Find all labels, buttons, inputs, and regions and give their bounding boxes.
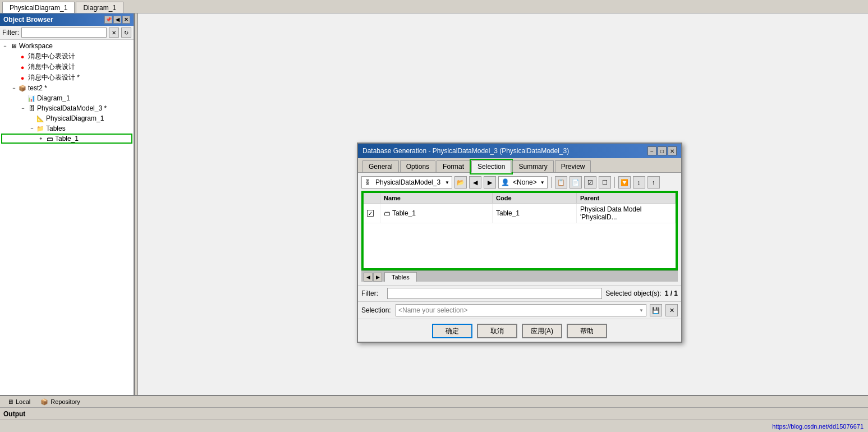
icon-table1: 🗃 bbox=[45, 134, 54, 143]
label-table1: Table_1 bbox=[54, 135, 79, 143]
status-bar: https://blog.csdn.net/dd15076671 bbox=[0, 420, 868, 432]
tree-item-physdiag[interactable]: 📐 PhysicalDiagram_1 bbox=[1, 113, 132, 123]
expand-test2[interactable]: − bbox=[10, 84, 18, 92]
tb-select-all-button[interactable]: ☑ bbox=[584, 176, 596, 189]
expand-3[interactable] bbox=[10, 74, 18, 82]
dialog-close-button[interactable]: ✕ bbox=[668, 146, 677, 155]
row-checkbox[interactable]: ✓ bbox=[364, 204, 380, 223]
user-selector-arrow-icon: ▼ bbox=[540, 180, 545, 185]
main-canvas: Database Generation - PhysicalDataModel_… bbox=[138, 13, 868, 395]
tables-tab[interactable]: Tables bbox=[384, 272, 417, 282]
ok-button[interactable]: 确定 bbox=[432, 324, 472, 338]
tb-deselect-button[interactable]: ☐ bbox=[599, 176, 611, 189]
col-code: Code bbox=[493, 193, 577, 203]
expand-1[interactable] bbox=[10, 53, 18, 61]
tree-item-2[interactable]: ● 消息中心表设计 bbox=[1, 62, 132, 72]
model-selector-arrow-icon: ▼ bbox=[444, 180, 451, 185]
tree-item-workspace[interactable]: − 🖥 Workspace bbox=[1, 41, 132, 51]
local-tab[interactable]: 🖥 Local bbox=[2, 397, 35, 407]
tree-item-physical[interactable]: − 🗄 PhysicalDataModel_3 * bbox=[1, 103, 132, 113]
bottom-tab-bar: 🖥 Local 📦 Repository bbox=[0, 395, 868, 407]
nav-next-button[interactable]: ▶ bbox=[373, 273, 382, 282]
dialog-toolbar: 🗄 PhysicalDataModel_3 ▼ 📂 ◀ ▶ 👤 <None> bbox=[361, 176, 678, 189]
tab-preview[interactable]: Preview bbox=[555, 160, 591, 172]
tab-bar: PhysicalDiagram_1 Diagram_1 bbox=[0, 0, 868, 13]
model-icon: 🗄 bbox=[363, 178, 372, 187]
panel-title: Object Browser bbox=[3, 16, 53, 24]
tab-summary[interactable]: Summary bbox=[512, 160, 553, 172]
tab-general-label: General bbox=[369, 163, 393, 171]
tree-item-table1[interactable]: + 🗃 Table_1 bbox=[1, 134, 132, 144]
selection-placeholder-text: <Name your selection> bbox=[398, 306, 467, 314]
expand-physdiag[interactable] bbox=[28, 114, 36, 122]
dialog-filter-input[interactable] bbox=[387, 288, 602, 299]
dialog-actions: 确定 取消 应用(A) 帮助 bbox=[358, 319, 681, 342]
help-button[interactable]: 帮助 bbox=[567, 324, 607, 338]
dialog-body: 🗄 PhysicalDataModel_3 ▼ 📂 ◀ ▶ 👤 <None> bbox=[358, 173, 681, 285]
expand-table1[interactable]: + bbox=[37, 135, 45, 143]
repository-label: Repository bbox=[50, 398, 80, 405]
tb-forward-button[interactable]: ▶ bbox=[484, 176, 496, 189]
close-panel-button[interactable]: ✕ bbox=[122, 16, 130, 24]
expand-workspace[interactable]: − bbox=[1, 42, 9, 50]
tree-item-tables[interactable]: − 📁 Tables bbox=[1, 123, 132, 134]
model-selector[interactable]: 🗄 PhysicalDataModel_3 ▼ bbox=[361, 176, 452, 189]
label-3: 消息中心表设计 * bbox=[27, 73, 80, 82]
repository-icon: 📦 bbox=[40, 398, 48, 406]
toolbar-separator-1 bbox=[551, 177, 552, 188]
tree-item-test2[interactable]: − 📦 test2 * bbox=[1, 83, 132, 93]
expand-2[interactable] bbox=[10, 63, 18, 71]
user-selector[interactable]: 👤 <None> ▼ bbox=[498, 176, 548, 189]
tb-paste-button[interactable]: 📄 bbox=[570, 176, 582, 189]
dialog-maximize-button[interactable]: □ bbox=[658, 146, 667, 155]
filter-clear-button[interactable]: ✕ bbox=[109, 27, 119, 38]
label-physical: PhysicalDataModel_3 * bbox=[36, 104, 107, 112]
tb-filter-button[interactable]: 🔽 bbox=[618, 176, 631, 189]
panel-controls: 📌 ◀ ✕ bbox=[104, 16, 130, 24]
label-test2: test2 * bbox=[27, 84, 47, 92]
tb-sort-asc-button[interactable]: ↑ bbox=[647, 176, 660, 189]
repository-tab[interactable]: 📦 Repository bbox=[35, 397, 85, 407]
tb-back-button[interactable]: ◀ bbox=[469, 176, 481, 189]
expand-tables[interactable]: − bbox=[28, 125, 36, 132]
filter-refresh-button[interactable]: ↻ bbox=[121, 27, 131, 38]
tab-format[interactable]: Format bbox=[437, 160, 470, 172]
toolbar-separator-2 bbox=[614, 177, 615, 188]
tab-options[interactable]: Options bbox=[400, 160, 435, 172]
tab-selection-label: Selection bbox=[477, 163, 505, 171]
tb-open-button[interactable]: 📂 bbox=[454, 176, 467, 189]
col-parent: Parent bbox=[577, 193, 676, 203]
pin-button[interactable]: 📌 bbox=[104, 16, 112, 24]
tree-item-3[interactable]: ● 消息中心表设计 * bbox=[1, 72, 132, 83]
cancel-button[interactable]: 取消 bbox=[477, 324, 517, 338]
expand-diagram1[interactable] bbox=[19, 94, 27, 102]
checkbox-icon[interactable]: ✓ bbox=[367, 210, 374, 217]
tab-general[interactable]: General bbox=[362, 160, 399, 172]
tab-selection[interactable]: Selection bbox=[471, 160, 511, 173]
selection-dropdown-arrow-icon: ▼ bbox=[639, 308, 644, 313]
table-empty-area bbox=[364, 223, 676, 268]
dialog-filter-row: Filter: Selected object(s): 1 / 1 bbox=[358, 285, 681, 301]
tb-copy-button[interactable]: 📋 bbox=[555, 176, 567, 189]
tab-diagram[interactable]: Diagram_1 bbox=[76, 2, 123, 13]
local-label: Local bbox=[16, 398, 30, 405]
selection-label: Selection: bbox=[361, 306, 392, 314]
status-url: https://blog.csdn.net/dd15076671 bbox=[772, 423, 864, 430]
selection-table-wrapper: Name Code Parent ✓ 🗃 bbox=[361, 191, 678, 270]
selection-dropdown[interactable]: <Name your selection> ▼ bbox=[396, 304, 646, 316]
tab-diagram-label: Diagram_1 bbox=[83, 4, 116, 12]
apply-button[interactable]: 应用(A) bbox=[522, 324, 562, 338]
tree-item-1[interactable]: ● 消息中心表设计 bbox=[1, 51, 132, 62]
dialog-minimize-button[interactable]: − bbox=[647, 146, 656, 155]
filter-input[interactable] bbox=[21, 27, 107, 38]
dialog-titlebar: Database Generation - PhysicalDataModel_… bbox=[358, 144, 681, 158]
tb-sort-button[interactable]: ↕ bbox=[633, 176, 645, 189]
nav-prev-button[interactable]: ◀ bbox=[364, 273, 373, 282]
tree-item-diagram1[interactable]: 📊 Diagram_1 bbox=[1, 93, 132, 103]
expand-physical[interactable]: − bbox=[19, 104, 27, 112]
dialog-tab-bar: General Options Format Selection Summary bbox=[358, 158, 681, 173]
tab-physicaldiagram[interactable]: PhysicalDiagram_1 bbox=[2, 2, 75, 13]
selection-delete-button[interactable]: ✕ bbox=[665, 304, 678, 316]
auto-hide-button[interactable]: ◀ bbox=[113, 16, 121, 24]
selection-save-button[interactable]: 💾 bbox=[650, 304, 662, 316]
